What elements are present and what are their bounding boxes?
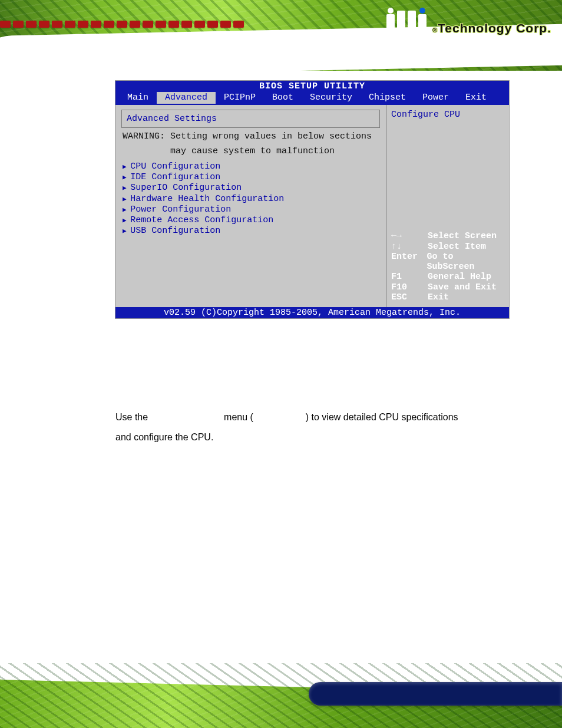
bios-tab-boot[interactable]: Boot xyxy=(264,92,302,103)
bios-key: ↑↓ xyxy=(391,242,423,252)
bios-footer: v02.59 (C)Copyright 1985-2005, American … xyxy=(115,307,509,318)
page-header-banner: ®Technology Corp. xyxy=(0,0,562,71)
bios-key-desc: Go to SubScreen xyxy=(427,252,504,272)
para-seg2: menu ( xyxy=(224,412,253,422)
bios-key: F1 xyxy=(391,272,423,282)
bios-panel-heading: Advanced Settings xyxy=(121,110,380,128)
para-seg1: Use the xyxy=(115,412,151,422)
bios-submenu-superio[interactable]: SuperIO Configuration xyxy=(123,183,380,193)
bios-right-pane: Configure CPU ←→Select Screen ↑↓Select I… xyxy=(386,105,509,308)
bios-warning-line1: WARNING: Setting wrong values in below s… xyxy=(121,131,380,141)
bios-submenu-cpu[interactable]: CPU Configuration xyxy=(123,161,380,172)
bios-key-desc: Save and Exit xyxy=(428,282,497,292)
bios-submenu-remote-access[interactable]: Remote Access Configuration xyxy=(123,215,380,226)
bios-key-desc: Exit xyxy=(428,292,449,302)
bios-tab-advanced[interactable]: Advanced xyxy=(157,92,216,103)
bios-key-row: EnterGo to SubScreen xyxy=(391,252,504,272)
bios-key-row: ESCExit xyxy=(391,292,504,302)
bios-key-row: ↑↓Select Item xyxy=(391,242,504,252)
bios-submenu-hardware-health[interactable]: Hardware Health Configuration xyxy=(123,193,380,204)
bios-key: ←→ xyxy=(391,231,423,241)
footer-blue-pill xyxy=(309,682,562,706)
brand-logo-block: ®Technology Corp. xyxy=(386,11,551,35)
bios-key: F10 xyxy=(391,282,423,292)
bios-key: Enter xyxy=(391,252,422,272)
bios-submenu-usb[interactable]: USB Configuration xyxy=(123,226,380,236)
bios-submenu-power[interactable]: Power Configuration xyxy=(123,204,380,215)
bios-warning-line2: may cause system to malfunction xyxy=(121,146,380,156)
bios-key-row: ←→Select Screen xyxy=(391,231,504,241)
bios-tab-exit[interactable]: Exit xyxy=(457,92,495,103)
bios-key-row: F1General Help xyxy=(391,272,504,282)
bios-tab-security[interactable]: Security xyxy=(302,92,361,103)
red-connector-strip xyxy=(0,19,300,28)
para-seg4: and configure the CPU. xyxy=(115,432,213,442)
bios-submenu-list: CPU Configuration IDE Configuration Supe… xyxy=(121,161,380,236)
page-footer-banner xyxy=(0,663,562,728)
bios-left-pane: Advanced Settings WARNING: Setting wrong… xyxy=(115,105,386,308)
bios-submenu-ide[interactable]: IDE Configuration xyxy=(123,172,380,183)
body-paragraph: Use the menu ( ) to view detailed CPU sp… xyxy=(115,407,497,447)
iei-logo-icon xyxy=(386,11,427,35)
bios-context-help: Configure CPU xyxy=(391,110,504,120)
bios-tab-power[interactable]: Power xyxy=(414,92,457,103)
bios-key-desc: Select Item xyxy=(428,242,486,252)
bios-tab-bar: Main Advanced PCIPnP Boot Security Chips… xyxy=(115,92,509,104)
bios-key-desc: Select Screen xyxy=(428,231,497,241)
bios-key-desc: General Help xyxy=(428,272,491,282)
bios-key: ESC xyxy=(391,292,423,302)
bios-tab-chipset[interactable]: Chipset xyxy=(361,92,414,103)
brand-text: ®Technology Corp. xyxy=(432,21,551,35)
bios-body: Advanced Settings WARNING: Setting wrong… xyxy=(115,105,509,308)
bios-key-legend: ←→Select Screen ↑↓Select Item EnterGo to… xyxy=(391,231,504,302)
brand-company-text: Technology Corp. xyxy=(438,21,551,35)
bios-title-bar: BIOS SETUP UTILITY xyxy=(115,81,509,92)
bios-key-row: F10Save and Exit xyxy=(391,282,504,292)
bios-tab-pcipnp[interactable]: PCIPnP xyxy=(216,92,264,103)
bios-screenshot: BIOS SETUP UTILITY Main Advanced PCIPnP … xyxy=(115,80,510,319)
para-seg3: ) to view detailed CPU specifications xyxy=(306,412,458,422)
bios-tab-main[interactable]: Main xyxy=(119,92,157,103)
registered-mark: ® xyxy=(432,27,438,34)
